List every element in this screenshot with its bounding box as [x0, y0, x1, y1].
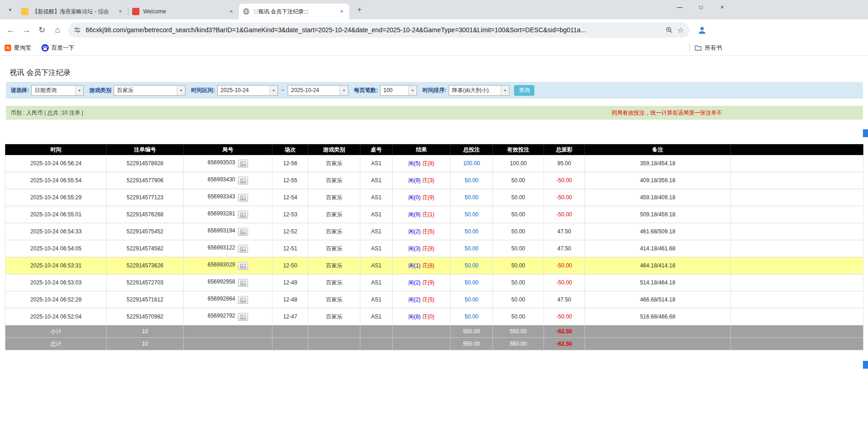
round-image-button[interactable]: [238, 262, 248, 270]
cell-table-no: AS1: [360, 172, 393, 189]
maximize-icon: □: [699, 4, 702, 11]
date-end-select[interactable]: 2025-10-24 ▾: [288, 85, 348, 96]
bookmark-item[interactable]: 百度一下: [41, 44, 75, 52]
page-title: 视讯 会员下注纪录: [0, 56, 868, 78]
reload-button[interactable]: ↻: [34, 22, 50, 38]
table-row: 2025-10-24 06:52:28522914571612656992864…: [6, 291, 863, 308]
tab-close-icon[interactable]: ×: [227, 8, 235, 16]
result-player: 闲(0): [408, 194, 421, 201]
new-tab-button[interactable]: +: [353, 3, 366, 16]
baidu-icon: [41, 44, 49, 52]
cell-round-id: 656993122: [184, 240, 272, 257]
tab-close-icon[interactable]: ×: [338, 8, 346, 16]
query-type-select[interactable]: 日期查询 ▾: [31, 85, 84, 96]
column-header: 结果: [393, 145, 451, 155]
round-image-button[interactable]: [238, 279, 248, 287]
bet-records-table: 时间注单编号局号场次游戏类别桌号结果总投注有效投注总派彩备注 2025-10-2…: [5, 144, 863, 350]
home-button[interactable]: ⌂: [50, 22, 65, 38]
bookmark-item[interactable]: 淘爱淘宝: [5, 44, 31, 52]
cell-remark: 409.18/359.18: [585, 172, 731, 189]
game-type-value: 百家乐: [114, 87, 177, 94]
back-button[interactable]: ←: [3, 22, 18, 38]
chevron-down-icon: ▾: [177, 86, 185, 95]
cell-session: 12-53: [272, 206, 308, 223]
site-settings-icon[interactable]: [74, 26, 81, 34]
result-player: 闲(3): [408, 245, 421, 252]
column-header: 桌号: [360, 145, 393, 155]
search-button[interactable]: 查询: [514, 85, 534, 96]
sort-select[interactable]: 降幂(由大到小) ▾: [449, 85, 509, 96]
game-type-select[interactable]: 百家乐 ▾: [114, 85, 185, 96]
cell-valid-bet: 50.00: [493, 291, 544, 308]
browser-tab[interactable]: :::视讯 会员下注纪录:::×: [239, 4, 349, 19]
round-image-button[interactable]: [238, 228, 248, 236]
taobao-icon: 淘: [5, 45, 11, 51]
column-header: 总派彩: [544, 145, 585, 155]
edge-blue-button-bottom[interactable]: [863, 361, 868, 369]
cell-payout: -50.00: [544, 257, 585, 274]
result-player: 闲(5): [408, 160, 421, 167]
folder-icon: [694, 45, 702, 51]
round-image-button[interactable]: [238, 245, 248, 253]
foot-label: 总计: [6, 338, 107, 350]
url-text[interactable]: 66cxkj98.com/game/betrecord_search/kind3…: [86, 26, 661, 34]
tab-list: 【新提醒】海燕策略论坛 - 综合×Welcome×:::视讯 会员下注纪录:::…: [17, 4, 349, 19]
cell-table-no: AS1: [360, 257, 393, 274]
edge-blue-button-top[interactable]: [863, 129, 868, 137]
round-image-button[interactable]: [238, 296, 248, 304]
all-bookmarks-label[interactable]: 所有书: [705, 44, 722, 52]
cell-total-bet-link[interactable]: 50.00: [451, 291, 493, 308]
round-image-button[interactable]: [238, 313, 248, 321]
forward-button[interactable]: →: [18, 22, 34, 38]
cell-valid-bet: 50.00: [493, 223, 544, 240]
result-banker: 庄(3): [422, 177, 434, 184]
cell-result: 闲(8) 庄(0): [393, 308, 451, 325]
per-page-value: 100: [381, 87, 408, 93]
cell-total-bet-link[interactable]: 50.00: [451, 308, 493, 325]
round-image-button[interactable]: [238, 194, 248, 202]
column-header-extra: [731, 145, 863, 155]
minimize-button[interactable]: —: [669, 0, 690, 14]
tab-search-button[interactable]: ▾: [4, 3, 17, 16]
range-separator: ~: [281, 87, 284, 93]
filter-bar: 请选择: 日期查询 ▾ 游戏类别 百家乐 ▾ 时间区间: 2025-10-24 …: [6, 82, 863, 98]
cell-payout: 95.00: [544, 155, 585, 172]
cell-table-no: AS1: [360, 223, 393, 240]
profile-avatar[interactable]: [695, 23, 709, 37]
browser-chrome: ▾ 【新提醒】海燕策略论坛 - 综合×Welcome×:::视讯 会员下注纪录:…: [0, 0, 868, 56]
date-start-select[interactable]: 2025-10-24 ▾: [217, 85, 278, 96]
cell-total-bet-link[interactable]: 50.00: [451, 223, 493, 240]
cell-round-id: 656993029: [184, 257, 272, 274]
maximize-button[interactable]: □: [690, 0, 712, 14]
result-banker: 庄(8): [422, 262, 434, 269]
round-image-button[interactable]: [238, 177, 248, 185]
close-icon: ×: [720, 4, 723, 11]
browser-tab[interactable]: 【新提醒】海燕策略论坛 - 综合×: [17, 4, 128, 19]
cell-total-bet-link[interactable]: 50.00: [451, 257, 493, 274]
window-close-button[interactable]: ×: [712, 0, 733, 14]
cell-total-bet-link[interactable]: 50.00: [451, 274, 493, 291]
cell-total-bet-link[interactable]: 50.00: [451, 172, 493, 189]
round-image-button[interactable]: [238, 211, 248, 219]
cell-total-bet-link[interactable]: 50.00: [451, 189, 493, 206]
cell-total-bet-link[interactable]: 100.00: [451, 155, 493, 172]
cell-total-bet-link[interactable]: 50.00: [451, 240, 493, 257]
zoom-icon[interactable]: [665, 26, 673, 34]
result-banker: 庄(0): [422, 313, 434, 320]
bookmark-star-icon[interactable]: ☆: [677, 26, 684, 35]
chevron-down-icon: ▾: [408, 86, 417, 95]
cell-bet-id: 522914577123: [107, 189, 184, 206]
round-image-button[interactable]: [238, 160, 248, 168]
cell-game: 百家乐: [308, 291, 360, 308]
chevron-down-icon: ▾: [269, 86, 278, 95]
cell-table-no: AS1: [360, 155, 393, 172]
cell-total-bet-link[interactable]: 50.00: [451, 206, 493, 223]
foot-payout: -62.50: [544, 325, 585, 338]
per-page-select[interactable]: 100 ▾: [380, 85, 417, 96]
tab-close-icon[interactable]: ×: [116, 8, 124, 16]
browser-tab[interactable]: Welcome×: [128, 4, 239, 19]
cell-round-id: 656992864: [184, 291, 272, 308]
column-header: 游戏类别: [308, 145, 360, 155]
url-bar[interactable]: 66cxkj98.com/game/betrecord_search/kind3…: [68, 23, 689, 38]
cell-game: 百家乐: [308, 223, 360, 240]
